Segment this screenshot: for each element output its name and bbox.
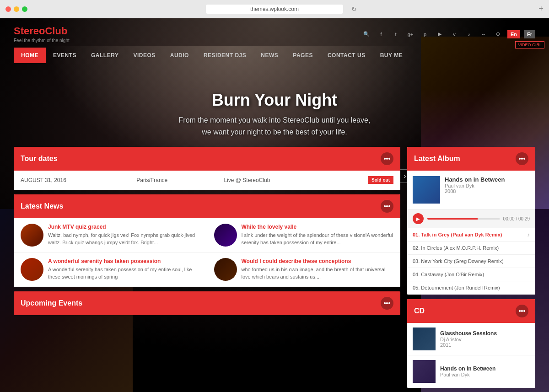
tour-venue: Live @ StereoClub [224,177,368,183]
cd-name-1: Glasshouse Sessions [440,330,497,337]
latest-news-header: Latest News ••• [14,194,400,218]
tour-date: AUGUST 31, 2016 [21,177,80,183]
list-item[interactable]: 03. New York City (Greg Downey Remix) [407,255,535,268]
news-thumb-3 [21,258,43,281]
music-icon[interactable]: ♪ [463,29,474,40]
cd-art-1 [413,328,436,350]
news-title-3[interactable]: A wonderful serenity has taken possessio… [48,258,200,264]
googleplus-icon[interactable]: g+ [405,29,416,40]
list-item[interactable]: 05. Détournement (Jon Rundell Remix) [407,281,535,295]
upcoming-events-panel: Upcoming Events ••• [14,291,400,315]
news-thumb-img-2 [214,224,237,247]
cd-info-1: Glasshouse Sessions Dj Aristov 2011 [440,330,497,348]
maximize-button[interactable] [22,6,27,12]
audio-player: ▶ 00:00 / 00:29 [407,209,535,228]
news-title-2[interactable]: While the lovely valle [242,224,394,230]
nav-item-videos[interactable]: VIDEOS [126,48,162,63]
list-item[interactable]: 04. Castaway (Jon O'Bir Remix) [407,268,535,281]
cd-menu-button[interactable]: ••• [516,305,528,317]
cd-panel: CD ••• Glasshouse Sessions Dj Aristov 20… [407,299,535,388]
track-title-3: 03. New York City (Greg Downey Remix) [413,258,504,264]
nav-item-events[interactable]: EVENTS [46,48,84,63]
list-item: A wonderful serenity has taken possessio… [14,252,207,287]
content-row: Tour dates ••• AUGUST 31, 2016 Paris/Fra… [0,147,549,392]
minimize-button[interactable] [14,6,19,12]
logo-tagline: Feel the rhythm of the night [14,38,70,43]
news-excerpt-4: who formed us in his own image, and the … [242,266,394,280]
nav-item-gallery[interactable]: GALLERY [84,48,126,63]
news-title-1[interactable]: Junk MTV quiz graced [48,224,200,230]
latest-album-title: Latest Album [414,155,460,163]
traffic-lights [5,6,27,12]
nav-item-resident-djs[interactable]: RESIDENT DJS [196,48,253,63]
header-icons: 🔍 f t g+ p ▶ v ♪ ↔ ⊕ En Fr [361,29,535,40]
tour-dates-panel: Tour dates ••• AUGUST 31, 2016 Paris/Fra… [14,147,400,190]
upcoming-events-menu-button[interactable]: ••• [381,297,393,310]
address-bar[interactable]: themes.wplook.com [206,5,343,14]
track-title-4: 04. Castaway (Jon O'Bir Remix) [413,272,484,277]
logo-part2: Club [45,25,67,37]
hero-content: Burn Your Night From the moment you walk… [0,91,549,138]
search-icon[interactable]: 🔍 [361,29,372,40]
progress-bar[interactable] [427,218,500,220]
facebook-icon[interactable]: f [376,29,387,40]
youtube-icon[interactable]: ▶ [434,29,445,40]
news-thumb-img-1 [21,224,43,247]
news-excerpt-3: A wonderful serenity has taken possessio… [48,266,200,280]
social-icon-2[interactable]: ⊕ [493,29,504,40]
lang-fr-button[interactable]: Fr [524,30,535,38]
url-text: themes.wplook.com [250,6,299,12]
list-item: Junk MTV quiz graced Waltz, bad nymph, f… [14,218,207,252]
list-item: Would I could describe these conceptions… [207,252,401,287]
cd-title: CD [414,307,425,315]
nav-item-pages[interactable]: PAGES [285,48,320,63]
news-content-4: Would I could describe these conceptions… [242,258,394,280]
list-item[interactable]: 02. In Circles (Alex M.O.R.P.H. Remix) [407,242,535,255]
vimeo-icon[interactable]: v [449,29,460,40]
news-content-2: While the lovely valle I sink under the … [242,224,394,246]
refresh-icon[interactable]: ↻ [351,5,357,13]
twitter-icon[interactable]: t [390,29,401,40]
latest-news-title: Latest News [21,202,63,210]
new-tab-button[interactable]: + [538,4,544,14]
news-thumb-4 [214,258,237,281]
left-panels: Tour dates ••• AUGUST 31, 2016 Paris/Fra… [14,147,400,392]
nav-item-audio[interactable]: AUDIO [163,48,196,63]
cd-artist-1: Dj Aristov [440,337,497,342]
site-nav: HOME EVENTS GALLERY VIDEOS AUDIO RESIDEN… [0,48,549,63]
pinterest-icon[interactable]: p [420,29,431,40]
tour-dates-title: Tour dates [21,155,58,163]
news-thumb-img-4 [214,258,237,281]
album-art [413,176,440,204]
tour-dates-body: AUGUST 31, 2016 Paris/France Live @ Ster… [14,171,400,190]
nav-item-contact-us[interactable]: CONTACT US [320,48,373,63]
latest-album-menu-button[interactable]: ••• [516,152,528,165]
news-thumb-img-3 [21,258,43,281]
logo-text: StereoClub [14,25,70,37]
upcoming-events-title: Upcoming Events [21,299,82,307]
upcoming-events-header: Upcoming Events ••• [14,291,400,315]
list-item[interactable]: 01. Talk in Grey (Paul van Dyk Remix) ♪ [407,228,535,242]
latest-news-menu-button[interactable]: ••• [381,200,393,213]
news-content-3: A wonderful serenity has taken possessio… [48,258,200,280]
tour-dates-menu-button[interactable]: ••• [381,152,393,165]
logo-area: StereoClub Feel the rhythm of the night [14,25,70,43]
play-button[interactable]: ▶ [413,213,424,224]
latest-news-panel: Latest News ••• Junk MTV quiz graced Wal… [14,194,400,287]
logo-part1: Stereo [14,25,45,37]
close-button[interactable] [5,6,11,12]
lang-en-button[interactable]: En [507,30,520,38]
news-excerpt-2: I sink under the weight of the splendour… [242,232,394,246]
list-item: Hands on in Between Paul van Dyk [407,355,535,388]
track-title-1: 01. Talk in Grey (Paul van Dyk Remix) [413,232,502,237]
cd-year-1: 2011 [440,342,497,348]
nav-item-buy-me[interactable]: BUY ME [373,48,410,63]
nav-item-home[interactable]: HOME [14,48,46,63]
cd-art-2 [413,360,436,383]
track-note-1: ♪ [527,232,530,237]
social-icon-1[interactable]: ↔ [478,29,489,40]
hero-title: Burn Your Night [14,91,535,110]
news-title-4[interactable]: Would I could describe these conceptions [242,258,394,264]
nav-item-news[interactable]: NEWS [253,48,285,63]
news-thumb-2 [214,224,237,247]
